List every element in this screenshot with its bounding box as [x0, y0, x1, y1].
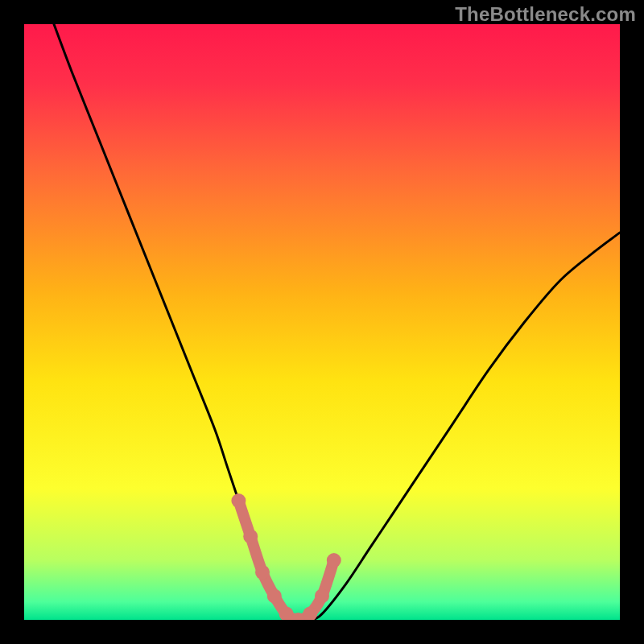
sweet-spot-dot: [327, 553, 341, 568]
sweet-spot-dot: [231, 493, 246, 508]
plot-area: [24, 24, 620, 620]
watermark-text: TheBottleneck.com: [455, 3, 636, 26]
sweet-spot-dot: [255, 565, 270, 580]
sweet-spot-dot: [267, 588, 282, 603]
gradient-background: [24, 24, 620, 620]
chart-frame: TheBottleneck.com: [0, 0, 644, 644]
chart-svg: [24, 24, 620, 620]
sweet-spot-dot: [243, 529, 258, 543]
sweet-spot-dot: [315, 588, 329, 603]
